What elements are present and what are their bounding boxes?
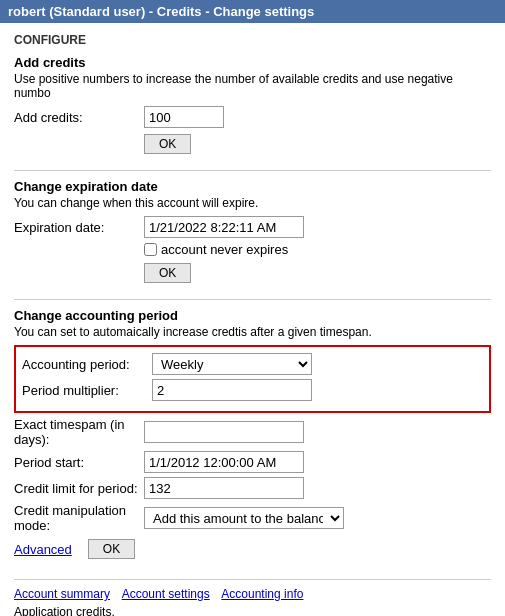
change-accounting-section: Change accounting period You can set to … [14, 308, 491, 559]
period-multiplier-label: Period multiplier: [22, 383, 152, 398]
add-credits-section: Add credits Use positive numbers to incr… [14, 55, 491, 162]
account-settings-link[interactable]: Account settings [122, 587, 210, 601]
accounting-period-select[interactable]: Weekly Daily Monthly Yearly [152, 353, 312, 375]
credit-manipulation-label: Credit manipulation mode: [14, 503, 144, 533]
divider-2 [14, 299, 491, 300]
footer-links: Account summary Account settings Account… [14, 579, 491, 616]
change-expiration-header: Change expiration date [14, 179, 491, 194]
add-credits-input[interactable] [144, 106, 224, 128]
exact-timespan-input[interactable] [144, 421, 304, 443]
accounting-period-label: Accounting period: [22, 357, 152, 372]
add-credits-row: Add credits: [14, 106, 491, 128]
add-credits-desc: Use positive numbers to increase the num… [14, 72, 491, 100]
expiration-date-label: Expiration date: [14, 220, 144, 235]
divider-1 [14, 170, 491, 171]
period-multiplier-row: Period multiplier: [22, 379, 483, 401]
never-expires-label: account never expires [161, 242, 288, 257]
footer-note: Application credits. [14, 605, 491, 616]
add-credits-header: Add credits [14, 55, 491, 70]
change-expiration-desc: You can change when this account will ex… [14, 196, 491, 210]
account-summary-link[interactable]: Account summary [14, 587, 110, 601]
period-start-row: Period start: [14, 451, 491, 473]
credit-manipulation-row: Credit manipulation mode: Add this amoun… [14, 503, 491, 533]
period-start-input[interactable] [144, 451, 304, 473]
add-credits-label: Add credits: [14, 110, 144, 125]
accounting-period-row: Accounting period: Weekly Daily Monthly … [22, 353, 483, 375]
page-content: CONFIGURE Add credits Use positive numbe… [0, 23, 505, 616]
period-start-label: Period start: [14, 455, 144, 470]
change-accounting-desc: You can set to automaically increase cre… [14, 325, 491, 339]
highlighted-period-box: Accounting period: Weekly Daily Monthly … [14, 345, 491, 413]
advanced-ok-row: Advanced OK [14, 539, 491, 559]
title-bar: robert (Standard user) - Credits - Chang… [0, 0, 505, 23]
credit-limit-row: Credit limit for period: [14, 477, 491, 499]
credit-manipulation-select[interactable]: Add this amount to the balance Set balan… [144, 507, 344, 529]
change-expiration-section: Change expiration date You can change wh… [14, 179, 491, 291]
title-text: robert (Standard user) - Credits - Chang… [8, 4, 314, 19]
accounting-info-link[interactable]: Accounting info [221, 587, 303, 601]
expiration-date-input[interactable] [144, 216, 304, 238]
exact-timespan-label: Exact timespam (in days): [14, 417, 144, 447]
add-credits-ok-button[interactable]: OK [144, 134, 191, 154]
credit-limit-input[interactable] [144, 477, 304, 499]
never-expires-row: account never expires [144, 242, 491, 257]
change-accounting-header: Change accounting period [14, 308, 491, 323]
expiration-date-row: Expiration date: [14, 216, 491, 238]
advanced-link[interactable]: Advanced [14, 542, 72, 557]
accounting-ok-button[interactable]: OK [88, 539, 135, 559]
period-multiplier-input[interactable] [152, 379, 312, 401]
expiration-ok-button[interactable]: OK [144, 263, 191, 283]
never-expires-checkbox[interactable] [144, 243, 157, 256]
configure-label: CONFIGURE [14, 33, 491, 47]
exact-timespan-row: Exact timespam (in days): [14, 417, 491, 447]
credit-limit-label: Credit limit for period: [14, 481, 144, 496]
